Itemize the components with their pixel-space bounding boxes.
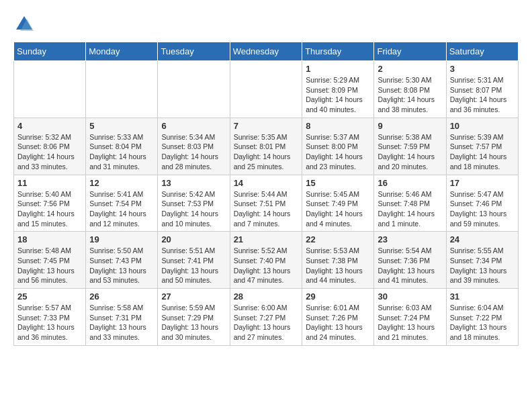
calendar-cell: 8Sunrise: 5:37 AMSunset: 8:00 PMDaylight… — [302, 118, 374, 175]
day-number: 29 — [306, 291, 370, 302]
day-number: 31 — [450, 291, 515, 302]
day-number: 23 — [378, 234, 442, 244]
calendar-cell — [86, 61, 158, 118]
day-number: 11 — [17, 178, 82, 188]
day-number: 26 — [89, 291, 154, 302]
day-number: 20 — [161, 234, 226, 244]
day-info: Sunrise: 5:35 AMSunset: 8:01 PMDaylight:… — [234, 132, 299, 172]
day-number: 17 — [450, 178, 515, 188]
calendar-cell — [14, 61, 86, 118]
day-info: Sunrise: 5:55 AMSunset: 7:34 PMDaylight:… — [450, 246, 515, 285]
day-number: 12 — [89, 178, 154, 188]
calendar-cell: 30Sunrise: 6:03 AMSunset: 7:24 PMDayligh… — [374, 289, 446, 346]
calendar-cell: 6Sunrise: 5:34 AMSunset: 8:03 PMDaylight… — [158, 118, 230, 175]
day-info: Sunrise: 5:54 AMSunset: 7:36 PMDaylight:… — [378, 246, 442, 285]
day-info: Sunrise: 6:00 AMSunset: 7:27 PMDaylight:… — [234, 303, 299, 342]
calendar-cell: 29Sunrise: 6:01 AMSunset: 7:26 PMDayligh… — [302, 289, 374, 346]
calendar-cell: 15Sunrise: 5:45 AMSunset: 7:49 PMDayligh… — [302, 175, 374, 232]
day-number: 7 — [234, 121, 299, 131]
day-number: 2 — [378, 64, 442, 74]
calendar-cell — [158, 61, 230, 118]
day-number: 5 — [89, 121, 154, 131]
calendar-cell: 10Sunrise: 5:39 AMSunset: 7:57 PMDayligh… — [446, 118, 518, 175]
day-info: Sunrise: 5:37 AMSunset: 8:00 PMDaylight:… — [306, 132, 370, 172]
day-info: Sunrise: 6:01 AMSunset: 7:26 PMDaylight:… — [306, 303, 370, 342]
calendar-cell: 21Sunrise: 5:52 AMSunset: 7:40 PMDayligh… — [230, 232, 302, 289]
calendar-week-3: 11Sunrise: 5:40 AMSunset: 7:56 PMDayligh… — [14, 175, 519, 232]
day-info: Sunrise: 5:29 AMSunset: 8:09 PMDaylight:… — [306, 75, 370, 115]
day-number: 9 — [378, 121, 442, 131]
day-number: 4 — [17, 121, 82, 131]
day-info: Sunrise: 5:31 AMSunset: 8:07 PMDaylight:… — [450, 75, 515, 115]
logo-icon — [13, 13, 35, 35]
day-number: 10 — [450, 121, 515, 131]
calendar-cell: 22Sunrise: 5:53 AMSunset: 7:38 PMDayligh… — [302, 232, 374, 289]
day-number: 27 — [161, 291, 226, 302]
day-number: 25 — [17, 291, 82, 302]
calendar-cell: 13Sunrise: 5:42 AMSunset: 7:53 PMDayligh… — [158, 175, 230, 232]
calendar-cell: 12Sunrise: 5:41 AMSunset: 7:54 PMDayligh… — [86, 175, 158, 232]
day-number: 8 — [306, 121, 370, 131]
calendar-cell: 11Sunrise: 5:40 AMSunset: 7:56 PMDayligh… — [14, 175, 86, 232]
day-number: 30 — [378, 291, 442, 302]
day-number: 24 — [450, 234, 515, 244]
calendar-week-1: 1Sunrise: 5:29 AMSunset: 8:09 PMDaylight… — [14, 61, 519, 118]
weekday-header-wednesday: Wednesday — [230, 42, 302, 61]
day-info: Sunrise: 5:58 AMSunset: 7:31 PMDaylight:… — [89, 303, 154, 342]
weekday-header-sunday: Sunday — [14, 42, 86, 61]
calendar-cell: 3Sunrise: 5:31 AMSunset: 8:07 PMDaylight… — [446, 61, 518, 118]
day-info: Sunrise: 5:51 AMSunset: 7:41 PMDaylight:… — [161, 246, 226, 285]
day-info: Sunrise: 5:59 AMSunset: 7:29 PMDaylight:… — [161, 303, 226, 342]
day-number: 3 — [450, 64, 515, 74]
calendar-cell: 31Sunrise: 6:04 AMSunset: 7:22 PMDayligh… — [446, 289, 518, 346]
day-info: Sunrise: 6:04 AMSunset: 7:22 PMDaylight:… — [450, 303, 515, 342]
weekday-header-saturday: Saturday — [446, 42, 518, 61]
day-info: Sunrise: 6:03 AMSunset: 7:24 PMDaylight:… — [378, 303, 442, 342]
day-number: 19 — [89, 234, 154, 244]
day-info: Sunrise: 5:41 AMSunset: 7:54 PMDaylight:… — [89, 189, 154, 229]
day-number: 14 — [234, 178, 299, 188]
calendar-cell: 24Sunrise: 5:55 AMSunset: 7:34 PMDayligh… — [446, 232, 518, 289]
calendar-cell: 7Sunrise: 5:35 AMSunset: 8:01 PMDaylight… — [230, 118, 302, 175]
calendar-cell: 14Sunrise: 5:44 AMSunset: 7:51 PMDayligh… — [230, 175, 302, 232]
calendar-cell: 17Sunrise: 5:47 AMSunset: 7:46 PMDayligh… — [446, 175, 518, 232]
calendar-cell: 4Sunrise: 5:32 AMSunset: 8:06 PMDaylight… — [14, 118, 86, 175]
calendar-cell: 16Sunrise: 5:46 AMSunset: 7:48 PMDayligh… — [374, 175, 446, 232]
calendar-cell: 19Sunrise: 5:50 AMSunset: 7:43 PMDayligh… — [86, 232, 158, 289]
page-header — [13, 13, 519, 35]
day-info: Sunrise: 5:30 AMSunset: 8:08 PMDaylight:… — [378, 75, 442, 115]
day-info: Sunrise: 5:34 AMSunset: 8:03 PMDaylight:… — [161, 132, 226, 172]
calendar-table: SundayMondayTuesdayWednesdayThursdayFrid… — [13, 42, 519, 346]
calendar-week-2: 4Sunrise: 5:32 AMSunset: 8:06 PMDaylight… — [14, 118, 519, 175]
calendar-cell: 5Sunrise: 5:33 AMSunset: 8:04 PMDaylight… — [86, 118, 158, 175]
calendar-cell: 2Sunrise: 5:30 AMSunset: 8:08 PMDaylight… — [374, 61, 446, 118]
calendar-cell: 1Sunrise: 5:29 AMSunset: 8:09 PMDaylight… — [302, 61, 374, 118]
weekday-header-friday: Friday — [374, 42, 446, 61]
day-info: Sunrise: 5:52 AMSunset: 7:40 PMDaylight:… — [234, 246, 299, 285]
weekday-header-thursday: Thursday — [302, 42, 374, 61]
calendar-cell: 27Sunrise: 5:59 AMSunset: 7:29 PMDayligh… — [158, 289, 230, 346]
calendar-cell: 9Sunrise: 5:38 AMSunset: 7:59 PMDaylight… — [374, 118, 446, 175]
day-info: Sunrise: 5:47 AMSunset: 7:46 PMDaylight:… — [450, 189, 515, 229]
weekday-header-tuesday: Tuesday — [158, 42, 230, 61]
day-info: Sunrise: 5:42 AMSunset: 7:53 PMDaylight:… — [161, 189, 226, 229]
day-info: Sunrise: 5:57 AMSunset: 7:33 PMDaylight:… — [17, 303, 82, 342]
calendar-week-4: 18Sunrise: 5:48 AMSunset: 7:45 PMDayligh… — [14, 232, 519, 289]
day-number: 13 — [161, 178, 226, 188]
day-number: 28 — [234, 291, 299, 302]
calendar-cell: 23Sunrise: 5:54 AMSunset: 7:36 PMDayligh… — [374, 232, 446, 289]
day-info: Sunrise: 5:45 AMSunset: 7:49 PMDaylight:… — [306, 189, 370, 229]
calendar-cell: 20Sunrise: 5:51 AMSunset: 7:41 PMDayligh… — [158, 232, 230, 289]
day-number: 22 — [306, 234, 370, 244]
day-info: Sunrise: 5:33 AMSunset: 8:04 PMDaylight:… — [89, 132, 154, 172]
day-info: Sunrise: 5:50 AMSunset: 7:43 PMDaylight:… — [89, 246, 154, 285]
logo — [13, 13, 38, 35]
calendar-cell: 26Sunrise: 5:58 AMSunset: 7:31 PMDayligh… — [86, 289, 158, 346]
calendar-week-5: 25Sunrise: 5:57 AMSunset: 7:33 PMDayligh… — [14, 289, 519, 346]
day-info: Sunrise: 5:39 AMSunset: 7:57 PMDaylight:… — [450, 132, 515, 172]
calendar-cell: 28Sunrise: 6:00 AMSunset: 7:27 PMDayligh… — [230, 289, 302, 346]
day-info: Sunrise: 5:53 AMSunset: 7:38 PMDaylight:… — [306, 246, 370, 285]
calendar-cell: 18Sunrise: 5:48 AMSunset: 7:45 PMDayligh… — [14, 232, 86, 289]
day-number: 16 — [378, 178, 442, 188]
weekday-header-monday: Monday — [86, 42, 158, 61]
